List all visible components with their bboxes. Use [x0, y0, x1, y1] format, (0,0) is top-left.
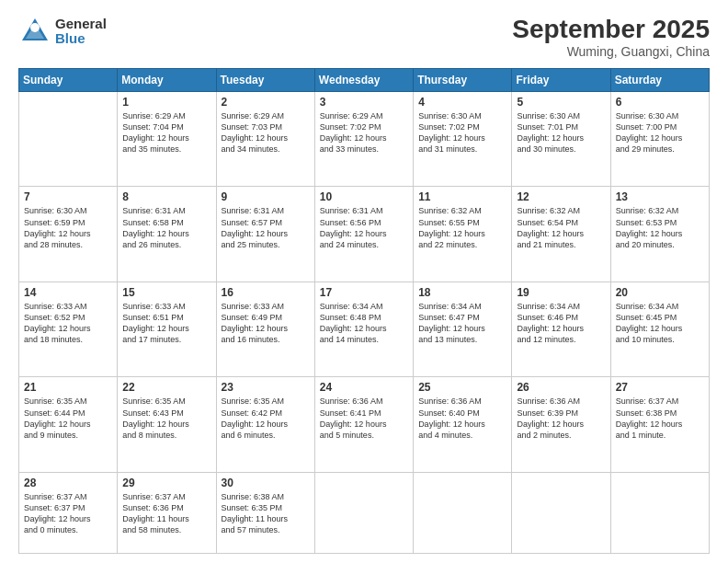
day-number: 13: [616, 190, 704, 203]
table-row: 21Sunrise: 6:35 AM Sunset: 6:44 PM Dayli…: [19, 377, 118, 472]
day-info: Sunrise: 6:38 AM Sunset: 6:35 PM Dayligh…: [222, 491, 310, 536]
day-info: Sunrise: 6:36 AM Sunset: 6:40 PM Dayligh…: [418, 396, 506, 441]
table-row: [512, 472, 610, 553]
day-info: Sunrise: 6:30 AM Sunset: 7:01 PM Dayligh…: [517, 110, 605, 155]
day-info: Sunrise: 6:33 AM Sunset: 6:51 PM Dayligh…: [122, 301, 210, 346]
day-number: 28: [24, 477, 112, 489]
col-friday: Friday: [512, 69, 610, 92]
table-row: [610, 472, 709, 553]
table-row: 17Sunrise: 6:34 AM Sunset: 6:48 PM Dayli…: [314, 282, 413, 376]
logo-icon: [18, 15, 51, 48]
table-row: 2Sunrise: 6:29 AM Sunset: 7:03 PM Daylig…: [216, 92, 314, 187]
day-number: 11: [418, 190, 506, 203]
day-info: Sunrise: 6:30 AM Sunset: 6:59 PM Dayligh…: [24, 205, 112, 250]
day-number: 26: [517, 381, 605, 394]
table-row: 15Sunrise: 6:33 AM Sunset: 6:51 PM Dayli…: [118, 282, 216, 376]
day-info: Sunrise: 6:34 AM Sunset: 6:47 PM Dayligh…: [418, 301, 506, 346]
table-row: 22Sunrise: 6:35 AM Sunset: 6:43 PM Dayli…: [118, 377, 216, 472]
col-sunday: Sunday: [19, 69, 118, 92]
day-number: 17: [320, 286, 408, 299]
day-number: 22: [122, 381, 210, 394]
day-info: Sunrise: 6:37 AM Sunset: 6:36 PM Dayligh…: [122, 491, 210, 536]
table-row: 13Sunrise: 6:32 AM Sunset: 6:53 PM Dayli…: [610, 187, 709, 282]
table-row: 1Sunrise: 6:29 AM Sunset: 7:04 PM Daylig…: [118, 92, 216, 187]
title-location: Wuming, Guangxi, China: [512, 44, 710, 59]
title-month: September 2025: [512, 15, 710, 44]
day-info: Sunrise: 6:29 AM Sunset: 7:03 PM Dayligh…: [222, 110, 310, 155]
table-row: 14Sunrise: 6:33 AM Sunset: 6:52 PM Dayli…: [19, 282, 118, 376]
table-row: 24Sunrise: 6:36 AM Sunset: 6:41 PM Dayli…: [314, 377, 413, 472]
day-info: Sunrise: 6:30 AM Sunset: 7:02 PM Dayligh…: [418, 110, 506, 155]
day-info: Sunrise: 6:36 AM Sunset: 6:41 PM Dayligh…: [320, 396, 408, 441]
svg-point-2: [30, 23, 40, 32]
day-info: Sunrise: 6:34 AM Sunset: 6:48 PM Dayligh…: [320, 301, 408, 346]
day-info: Sunrise: 6:33 AM Sunset: 6:52 PM Dayligh…: [24, 301, 112, 346]
col-wednesday: Wednesday: [314, 69, 413, 92]
table-row: [19, 92, 118, 187]
calendar-header-row: Sunday Monday Tuesday Wednesday Thursday…: [19, 69, 710, 92]
day-number: 6: [616, 96, 704, 109]
day-info: Sunrise: 6:32 AM Sunset: 6:54 PM Dayligh…: [517, 205, 605, 250]
day-number: 29: [122, 477, 210, 489]
day-info: Sunrise: 6:33 AM Sunset: 6:49 PM Dayligh…: [222, 301, 310, 346]
day-info: Sunrise: 6:29 AM Sunset: 7:02 PM Dayligh…: [320, 110, 408, 155]
table-row: 10Sunrise: 6:31 AM Sunset: 6:56 PM Dayli…: [314, 187, 413, 282]
table-row: [314, 472, 413, 553]
logo-general-text: General: [55, 17, 107, 32]
logo-text: General Blue: [55, 17, 107, 47]
day-number: 3: [320, 96, 408, 109]
day-number: 18: [418, 286, 506, 299]
table-row: 12Sunrise: 6:32 AM Sunset: 6:54 PM Dayli…: [512, 187, 610, 282]
table-row: [414, 472, 512, 553]
table-row: 28Sunrise: 6:37 AM Sunset: 6:37 PM Dayli…: [19, 472, 118, 553]
day-info: Sunrise: 6:31 AM Sunset: 6:57 PM Dayligh…: [222, 205, 310, 250]
day-number: 4: [418, 96, 506, 109]
day-number: 7: [24, 190, 112, 203]
table-row: 6Sunrise: 6:30 AM Sunset: 7:00 PM Daylig…: [610, 92, 709, 187]
day-number: 1: [122, 96, 210, 109]
table-row: 25Sunrise: 6:36 AM Sunset: 6:40 PM Dayli…: [414, 377, 512, 472]
table-row: 4Sunrise: 6:30 AM Sunset: 7:02 PM Daylig…: [414, 92, 512, 187]
day-info: Sunrise: 6:32 AM Sunset: 6:55 PM Dayligh…: [418, 205, 506, 250]
table-row: 30Sunrise: 6:38 AM Sunset: 6:35 PM Dayli…: [216, 472, 314, 553]
day-info: Sunrise: 6:34 AM Sunset: 6:45 PM Dayligh…: [616, 301, 704, 346]
table-row: 5Sunrise: 6:30 AM Sunset: 7:01 PM Daylig…: [512, 92, 610, 187]
day-number: 2: [222, 96, 310, 109]
table-row: 18Sunrise: 6:34 AM Sunset: 6:47 PM Dayli…: [414, 282, 512, 376]
day-info: Sunrise: 6:35 AM Sunset: 6:43 PM Dayligh…: [122, 396, 210, 441]
day-info: Sunrise: 6:37 AM Sunset: 6:37 PM Dayligh…: [24, 491, 112, 536]
day-info: Sunrise: 6:34 AM Sunset: 6:46 PM Dayligh…: [517, 301, 605, 346]
day-number: 15: [122, 286, 210, 299]
header: General Blue September 2025 Wuming, Guan…: [18, 15, 710, 59]
day-info: Sunrise: 6:35 AM Sunset: 6:44 PM Dayligh…: [24, 396, 112, 441]
table-row: 11Sunrise: 6:32 AM Sunset: 6:55 PM Dayli…: [414, 187, 512, 282]
day-number: 21: [24, 381, 112, 394]
table-row: 19Sunrise: 6:34 AM Sunset: 6:46 PM Dayli…: [512, 282, 610, 376]
day-number: 25: [418, 381, 506, 394]
col-monday: Monday: [118, 69, 216, 92]
day-number: 12: [517, 190, 605, 203]
day-info: Sunrise: 6:31 AM Sunset: 6:56 PM Dayligh…: [320, 205, 408, 250]
table-row: 23Sunrise: 6:35 AM Sunset: 6:42 PM Dayli…: [216, 377, 314, 472]
logo-blue-text: Blue: [55, 31, 107, 47]
table-row: 29Sunrise: 6:37 AM Sunset: 6:36 PM Dayli…: [118, 472, 216, 553]
day-info: Sunrise: 6:35 AM Sunset: 6:42 PM Dayligh…: [222, 396, 310, 441]
day-number: 10: [320, 190, 408, 203]
day-info: Sunrise: 6:29 AM Sunset: 7:04 PM Dayligh…: [122, 110, 210, 155]
day-number: 24: [320, 381, 408, 394]
day-number: 30: [222, 477, 310, 489]
day-info: Sunrise: 6:36 AM Sunset: 6:39 PM Dayligh…: [517, 396, 605, 441]
day-number: 23: [222, 381, 310, 394]
day-number: 27: [616, 381, 704, 394]
day-info: Sunrise: 6:31 AM Sunset: 6:58 PM Dayligh…: [122, 205, 210, 250]
table-row: 26Sunrise: 6:36 AM Sunset: 6:39 PM Dayli…: [512, 377, 610, 472]
table-row: 20Sunrise: 6:34 AM Sunset: 6:45 PM Dayli…: [610, 282, 709, 376]
col-saturday: Saturday: [610, 69, 709, 92]
col-thursday: Thursday: [414, 69, 512, 92]
day-number: 9: [222, 190, 310, 203]
day-info: Sunrise: 6:32 AM Sunset: 6:53 PM Dayligh…: [616, 205, 704, 250]
day-number: 20: [616, 286, 704, 299]
day-number: 5: [517, 96, 605, 109]
table-row: 9Sunrise: 6:31 AM Sunset: 6:57 PM Daylig…: [216, 187, 314, 282]
table-row: 16Sunrise: 6:33 AM Sunset: 6:49 PM Dayli…: [216, 282, 314, 376]
